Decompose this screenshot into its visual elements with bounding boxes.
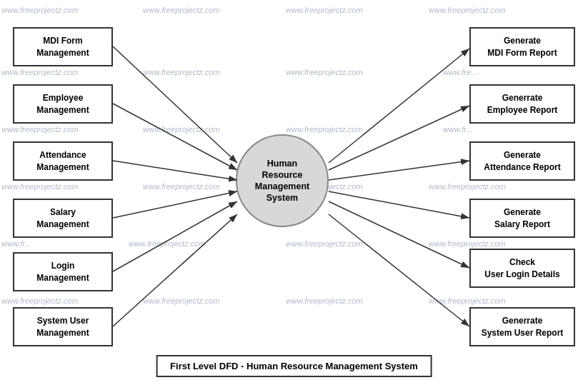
box-gen-mdi: GenerateMDI Form Report xyxy=(469,27,575,66)
box-check-login: CheckUser Login Details xyxy=(469,249,575,288)
diagram-container: www.freeprojectz.com www.freeprojectz.co… xyxy=(0,0,588,390)
svg-line-10 xyxy=(329,191,469,218)
watermark-19: www.freeprojectz.com xyxy=(286,239,363,248)
watermark-9: www.freeprojectz.com xyxy=(1,125,79,134)
watermark-20: www.freeprojectz.com xyxy=(429,239,506,248)
box-employee: EmployeeManagement xyxy=(13,84,113,124)
box-login: LoginManagement xyxy=(13,252,113,291)
watermark-7: www.freeprojectz.com xyxy=(286,68,363,76)
diagram-title: First Level DFD - Human Resource Managem… xyxy=(156,355,432,377)
watermark-14: www.freeprojectz.com xyxy=(143,182,220,191)
watermark-3: www.freeprojectz.com xyxy=(286,6,363,14)
svg-line-2 xyxy=(113,104,237,170)
box-gen-system-user: GenerrateSystem User Report xyxy=(469,307,575,346)
svg-line-8 xyxy=(329,106,469,170)
svg-line-11 xyxy=(329,201,469,268)
watermark-10: www.freeprojectz.com xyxy=(143,125,220,134)
svg-line-9 xyxy=(329,161,469,180)
watermark-21: www.freeprojectz.com xyxy=(1,296,79,305)
watermark-22: www.freeprojectz.com xyxy=(143,296,220,305)
box-salary: SalaryManagement xyxy=(13,199,113,238)
svg-line-12 xyxy=(329,214,469,326)
watermark-2: www.freeprojectz.com xyxy=(143,6,220,14)
box-gen-salary: GenerateSalary Report xyxy=(469,199,575,238)
svg-line-4 xyxy=(113,191,237,218)
watermark-16: www.freeprojectz.com xyxy=(429,182,506,191)
box-gen-attendance: GenerateAttendance Report xyxy=(469,141,575,181)
box-system-user: System UserManagement xyxy=(13,307,113,346)
watermark-24: www.freeprojectz.com xyxy=(429,296,506,305)
watermark-8: www.fre... xyxy=(443,68,477,76)
watermark-17: www.fr... xyxy=(1,239,31,248)
watermark-11: www.freeprojectz.com xyxy=(286,125,363,134)
watermark-6: www.freeprojectz.com xyxy=(143,68,220,76)
watermark-13: www.freeprojectz.com xyxy=(1,182,79,191)
box-gen-employee: GenerrateEmployee Report xyxy=(469,84,575,124)
watermark-1: www.freeprojectz.com xyxy=(1,6,79,14)
watermark-5: www.freeprojectz.com xyxy=(1,68,79,76)
center-circle: HumanResourceManagementSystem xyxy=(236,134,329,227)
svg-line-7 xyxy=(329,49,469,163)
box-mdi-form: MDI FormManagement xyxy=(13,27,113,66)
svg-line-1 xyxy=(113,46,237,163)
svg-line-3 xyxy=(113,161,237,180)
box-attendance: AttendanceManagement xyxy=(13,141,113,181)
watermark-23: www.freeprojectz.com xyxy=(286,296,363,305)
watermark-12: www.fr... xyxy=(443,125,473,134)
watermark-18: www.freeprojectz.com xyxy=(129,239,206,248)
svg-line-5 xyxy=(113,201,237,271)
watermark-4: www.freeprojectz.com xyxy=(429,6,506,14)
svg-line-6 xyxy=(113,214,237,326)
